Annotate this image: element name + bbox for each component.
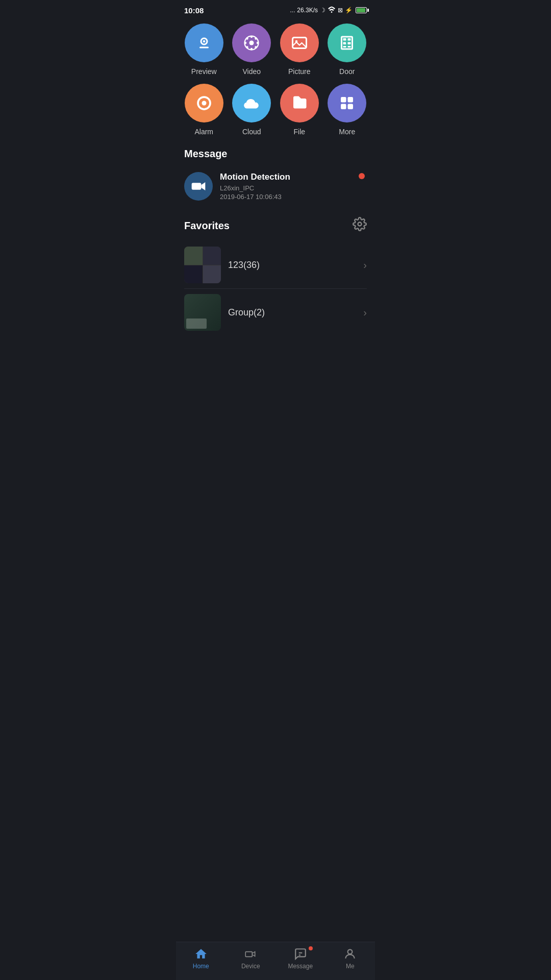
svg-rect-27 [348,97,354,103]
message-avatar [184,172,213,201]
favorite-name-1: 123(36) [228,260,356,271]
message-card[interactable]: Motion Detection L26xin_IPC 2019-06-17 1… [184,166,367,207]
door-icon-circle [328,23,366,62]
network-speed: 26.3K/s [297,7,318,14]
favorite-item-1[interactable]: 123(36) › [184,241,367,289]
sim-icon: ⊠ [338,7,343,14]
svg-point-0 [331,11,333,13]
wifi-icon [328,6,336,15]
cloud-item[interactable]: Cloud [232,84,272,136]
alarm-item[interactable]: Alarm [184,84,224,136]
video-item[interactable]: Video [232,23,272,76]
favorite-thumb-1 [184,247,221,283]
svg-point-8 [244,42,247,44]
picture-item[interactable]: Picture [280,23,319,76]
file-icon-circle [280,84,319,122]
door-label: Door [339,67,355,76]
favorites-settings-icon[interactable] [353,217,367,234]
alarm-icon-circle [185,84,223,122]
svg-point-23 [346,42,347,44]
message-time: 2019-06-17 10:06:43 [220,193,367,201]
svg-point-9 [257,42,259,44]
chevron-icon-2: › [363,307,367,318]
message-device: L26xin_IPC [220,184,367,192]
svg-rect-30 [192,183,202,189]
chevron-icon-1: › [363,259,367,271]
svg-point-11 [255,46,258,48]
video-label: Video [242,67,261,76]
icon-grid: Preview Video [184,23,367,136]
svg-rect-18 [348,38,351,41]
svg-point-12 [255,37,258,40]
more-item[interactable]: More [328,84,367,136]
message-section-title: Message [184,148,367,160]
svg-rect-22 [348,46,351,47]
network-dots: ... [290,7,295,14]
svg-rect-26 [341,97,346,103]
status-bar: 10:08 ... 26.3K/s ☽ ⊠ ⚡ [176,0,375,18]
svg-point-5 [249,41,254,45]
favorite-name-2: Group(2) [228,307,356,318]
preview-label: Preview [191,67,217,76]
favorites-header: Favorites [184,217,367,234]
svg-rect-19 [343,42,346,45]
svg-point-6 [251,36,253,38]
message-content: Motion Detection L26xin_IPC 2019-06-17 1… [220,172,367,201]
picture-icon-circle [280,23,319,62]
svg-rect-21 [343,46,346,47]
picture-label: Picture [288,67,311,76]
status-time: 10:08 [184,6,204,15]
main-content: Preview Video [176,18,375,377]
svg-rect-20 [348,42,351,45]
more-label: More [339,128,355,136]
svg-rect-14 [292,38,306,48]
more-icon-circle [328,84,366,122]
message-title: Motion Detection [220,172,367,182]
status-icons: ... 26.3K/s ☽ ⊠ ⚡ [290,6,367,15]
preview-icon-circle [185,23,223,62]
svg-rect-28 [341,104,346,110]
cloud-icon-circle [232,84,271,122]
svg-point-31 [358,223,362,226]
svg-rect-3 [199,47,209,48]
message-unread-dot [359,173,365,179]
svg-point-2 [203,40,206,43]
svg-rect-29 [348,104,354,110]
svg-rect-17 [343,38,346,41]
cloud-label: Cloud [242,128,261,136]
favorite-item-2[interactable]: Group(2) › [184,289,367,336]
svg-point-13 [246,46,248,48]
video-icon-circle [232,23,271,62]
svg-point-25 [202,101,206,106]
svg-point-15 [295,40,298,43]
file-item[interactable]: File [280,84,319,136]
file-label: File [293,128,305,136]
favorites-section-title: Favorites [184,220,230,232]
favorite-thumb-2 [184,294,221,331]
moon-icon: ☽ [320,7,325,14]
preview-item[interactable]: Preview [184,23,224,76]
charge-icon: ⚡ [345,7,353,14]
door-item[interactable]: Door [328,23,367,76]
battery-icon [356,7,367,13]
alarm-label: Alarm [194,128,213,136]
svg-point-7 [251,48,253,51]
svg-point-10 [246,37,248,40]
